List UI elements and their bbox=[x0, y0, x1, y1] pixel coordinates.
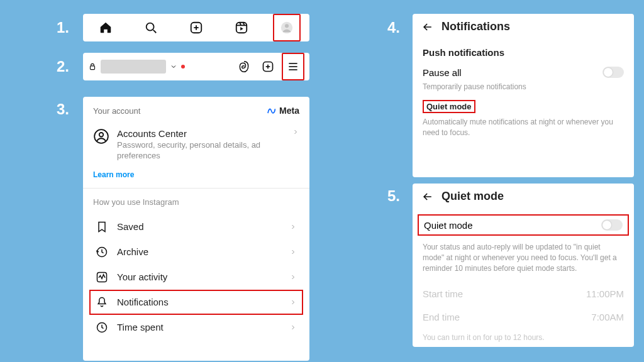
menu-item-archive[interactable]: Archive bbox=[93, 239, 299, 265]
menu-item-saved[interactable]: Saved bbox=[93, 214, 299, 239]
section-heading: How you use Instagram bbox=[93, 197, 299, 207]
chevron-right-icon bbox=[289, 248, 297, 256]
start-time-row[interactable]: Start time 11:00PM bbox=[423, 282, 624, 305]
pause-all-label: Pause all bbox=[423, 67, 462, 78]
clock-icon bbox=[96, 321, 108, 334]
divider bbox=[83, 188, 309, 189]
quiet-mode-screen: Quiet mode Quiet mode Your status and au… bbox=[413, 184, 634, 347]
svg-line-1 bbox=[153, 30, 157, 33]
quiet-mode-link[interactable]: Quiet mode bbox=[423, 100, 475, 113]
archive-icon bbox=[96, 246, 108, 258]
menu-item-time-spent[interactable]: Time spent bbox=[93, 315, 299, 340]
svg-point-10 bbox=[285, 24, 289, 28]
profile-top-bar bbox=[83, 53, 309, 80]
reels-icon[interactable] bbox=[228, 14, 255, 41]
page-title: Notifications bbox=[441, 20, 510, 33]
lock-icon bbox=[88, 62, 97, 71]
meta-brand: Meta bbox=[267, 106, 299, 116]
step-number-1: 1. bbox=[57, 19, 69, 36]
end-time-value: 7:00AM bbox=[591, 312, 624, 322]
bell-icon bbox=[96, 296, 108, 309]
menu-item-label: Time spent bbox=[117, 322, 280, 332]
svg-rect-11 bbox=[91, 66, 95, 70]
menu-item-label: Your activity bbox=[117, 272, 280, 282]
notifications-screen: Notifications Push notifications Pause a… bbox=[413, 14, 634, 177]
page-title: Quiet mode bbox=[441, 190, 504, 203]
end-time-row[interactable]: End time 7:00AM bbox=[423, 305, 624, 329]
push-notifications-header: Push notifications bbox=[423, 47, 624, 58]
back-arrow-icon[interactable] bbox=[421, 190, 434, 203]
create-post-icon[interactable] bbox=[258, 53, 278, 80]
accounts-center-row[interactable]: Accounts Center Password, security, pers… bbox=[93, 126, 299, 170]
step-number-3: 3. bbox=[57, 101, 69, 118]
username-redacted[interactable] bbox=[101, 60, 166, 74]
quiet-mode-description: Your status and auto-reply will be updat… bbox=[423, 242, 624, 273]
quiet-mode-footer: You can turn it on for up to 12 hours. bbox=[423, 332, 624, 343]
accounts-center-title: Accounts Center bbox=[117, 128, 284, 139]
chevron-right-icon bbox=[289, 223, 297, 231]
your-account-label: Your account bbox=[93, 106, 140, 116]
menu-item-label: Saved bbox=[117, 221, 280, 232]
svg-point-0 bbox=[147, 23, 154, 31]
step-number-4: 4. bbox=[387, 19, 400, 36]
step-number-2: 2. bbox=[57, 58, 69, 75]
learn-more-link[interactable]: Learn more bbox=[93, 170, 299, 179]
bottom-nav-bar bbox=[83, 14, 309, 41]
settings-menu: Your account Meta Accounts Center Passwo… bbox=[83, 97, 309, 361]
quiet-mode-toggle-row[interactable]: Quiet mode bbox=[418, 214, 629, 236]
quiet-mode-row-label: Quiet mode bbox=[424, 220, 473, 231]
svg-rect-5 bbox=[236, 23, 247, 33]
accounts-center-subtitle: Password, security, personal details, ad… bbox=[117, 140, 284, 162]
create-icon[interactable] bbox=[182, 14, 210, 41]
quiet-mode-hint: Automatically mute notifications at nigh… bbox=[423, 117, 624, 138]
chevron-right-icon bbox=[289, 299, 297, 306]
pause-all-hint: Temporarily pause notifications bbox=[423, 82, 624, 92]
svg-point-19 bbox=[99, 133, 104, 137]
quiet-mode-toggle[interactable] bbox=[601, 219, 623, 231]
chevron-down-icon[interactable] bbox=[170, 63, 177, 70]
menu-item-label: Archive bbox=[117, 246, 280, 257]
notification-dot bbox=[181, 65, 185, 69]
menu-item-activity[interactable]: Your activity bbox=[93, 265, 299, 290]
end-time-label: End time bbox=[423, 312, 460, 322]
account-circle-icon bbox=[93, 128, 109, 145]
back-arrow-icon[interactable] bbox=[421, 21, 434, 33]
activity-icon bbox=[96, 271, 108, 283]
pause-all-toggle[interactable] bbox=[602, 67, 624, 78]
chevron-right-icon bbox=[289, 273, 297, 281]
bookmark-icon bbox=[96, 221, 108, 233]
chevron-right-icon bbox=[292, 128, 299, 136]
step-number-5: 5. bbox=[387, 187, 400, 205]
start-time-value: 11:00PM bbox=[586, 288, 624, 299]
menu-item-label: Notifications bbox=[117, 297, 280, 307]
home-icon[interactable] bbox=[92, 14, 119, 41]
search-icon[interactable] bbox=[137, 14, 165, 41]
hamburger-menu-icon[interactable] bbox=[282, 53, 304, 80]
chevron-right-icon bbox=[289, 324, 297, 331]
threads-icon[interactable] bbox=[234, 53, 254, 80]
start-time-label: Start time bbox=[423, 288, 463, 299]
profile-icon[interactable] bbox=[273, 14, 301, 41]
menu-item-notifications[interactable]: Notifications bbox=[89, 290, 303, 315]
